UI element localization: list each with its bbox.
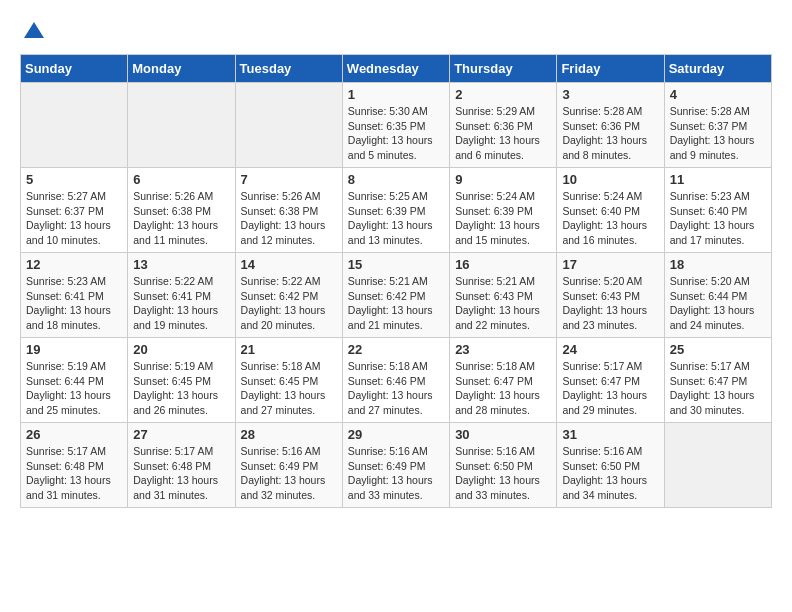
calendar-cell: 26Sunrise: 5:17 AMSunset: 6:48 PMDayligh… [21,423,128,508]
day-number: 21 [241,342,337,357]
calendar-cell [235,83,342,168]
day-info: Sunrise: 5:19 AMSunset: 6:45 PMDaylight:… [133,359,229,418]
day-info: Sunrise: 5:24 AMSunset: 6:39 PMDaylight:… [455,189,551,248]
day-number: 1 [348,87,444,102]
calendar-cell: 30Sunrise: 5:16 AMSunset: 6:50 PMDayligh… [450,423,557,508]
day-number: 26 [26,427,122,442]
day-info: Sunrise: 5:21 AMSunset: 6:43 PMDaylight:… [455,274,551,333]
day-info: Sunrise: 5:19 AMSunset: 6:44 PMDaylight:… [26,359,122,418]
calendar-cell: 24Sunrise: 5:17 AMSunset: 6:47 PMDayligh… [557,338,664,423]
calendar-cell: 22Sunrise: 5:18 AMSunset: 6:46 PMDayligh… [342,338,449,423]
day-number: 17 [562,257,658,272]
day-number: 3 [562,87,658,102]
calendar-cell: 25Sunrise: 5:17 AMSunset: 6:47 PMDayligh… [664,338,771,423]
day-number: 22 [348,342,444,357]
day-info: Sunrise: 5:28 AMSunset: 6:37 PMDaylight:… [670,104,766,163]
day-number: 7 [241,172,337,187]
day-number: 31 [562,427,658,442]
day-number: 14 [241,257,337,272]
calendar-cell: 19Sunrise: 5:19 AMSunset: 6:44 PMDayligh… [21,338,128,423]
day-number: 15 [348,257,444,272]
day-info: Sunrise: 5:26 AMSunset: 6:38 PMDaylight:… [133,189,229,248]
day-number: 2 [455,87,551,102]
calendar-week-row: 19Sunrise: 5:19 AMSunset: 6:44 PMDayligh… [21,338,772,423]
header-day: Monday [128,55,235,83]
day-number: 27 [133,427,229,442]
day-number: 10 [562,172,658,187]
day-info: Sunrise: 5:27 AMSunset: 6:37 PMDaylight:… [26,189,122,248]
header-day: Friday [557,55,664,83]
header-day: Sunday [21,55,128,83]
calendar-week-row: 5Sunrise: 5:27 AMSunset: 6:37 PMDaylight… [21,168,772,253]
calendar-body: 1Sunrise: 5:30 AMSunset: 6:35 PMDaylight… [21,83,772,508]
logo-icon [22,20,46,44]
day-number: 13 [133,257,229,272]
header-day: Thursday [450,55,557,83]
day-number: 18 [670,257,766,272]
calendar-cell [128,83,235,168]
day-info: Sunrise: 5:17 AMSunset: 6:47 PMDaylight:… [562,359,658,418]
calendar-cell: 21Sunrise: 5:18 AMSunset: 6:45 PMDayligh… [235,338,342,423]
header-row: SundayMondayTuesdayWednesdayThursdayFrid… [21,55,772,83]
calendar-cell: 17Sunrise: 5:20 AMSunset: 6:43 PMDayligh… [557,253,664,338]
svg-marker-0 [24,22,44,38]
day-info: Sunrise: 5:17 AMSunset: 6:47 PMDaylight:… [670,359,766,418]
day-info: Sunrise: 5:29 AMSunset: 6:36 PMDaylight:… [455,104,551,163]
calendar-cell [21,83,128,168]
header-day: Saturday [664,55,771,83]
day-info: Sunrise: 5:23 AMSunset: 6:40 PMDaylight:… [670,189,766,248]
day-info: Sunrise: 5:26 AMSunset: 6:38 PMDaylight:… [241,189,337,248]
day-info: Sunrise: 5:18 AMSunset: 6:46 PMDaylight:… [348,359,444,418]
calendar-cell: 12Sunrise: 5:23 AMSunset: 6:41 PMDayligh… [21,253,128,338]
calendar-week-row: 26Sunrise: 5:17 AMSunset: 6:48 PMDayligh… [21,423,772,508]
day-number: 8 [348,172,444,187]
calendar-cell: 18Sunrise: 5:20 AMSunset: 6:44 PMDayligh… [664,253,771,338]
calendar-week-row: 12Sunrise: 5:23 AMSunset: 6:41 PMDayligh… [21,253,772,338]
calendar-cell: 29Sunrise: 5:16 AMSunset: 6:49 PMDayligh… [342,423,449,508]
day-info: Sunrise: 5:17 AMSunset: 6:48 PMDaylight:… [26,444,122,503]
day-number: 11 [670,172,766,187]
day-number: 23 [455,342,551,357]
header-day: Tuesday [235,55,342,83]
day-number: 16 [455,257,551,272]
day-number: 30 [455,427,551,442]
calendar-cell: 27Sunrise: 5:17 AMSunset: 6:48 PMDayligh… [128,423,235,508]
calendar-cell: 5Sunrise: 5:27 AMSunset: 6:37 PMDaylight… [21,168,128,253]
calendar-cell: 20Sunrise: 5:19 AMSunset: 6:45 PMDayligh… [128,338,235,423]
day-info: Sunrise: 5:23 AMSunset: 6:41 PMDaylight:… [26,274,122,333]
calendar-header: SundayMondayTuesdayWednesdayThursdayFrid… [21,55,772,83]
header-day: Wednesday [342,55,449,83]
day-number: 9 [455,172,551,187]
calendar-cell: 1Sunrise: 5:30 AMSunset: 6:35 PMDaylight… [342,83,449,168]
calendar-cell: 9Sunrise: 5:24 AMSunset: 6:39 PMDaylight… [450,168,557,253]
day-info: Sunrise: 5:20 AMSunset: 6:43 PMDaylight:… [562,274,658,333]
calendar-week-row: 1Sunrise: 5:30 AMSunset: 6:35 PMDaylight… [21,83,772,168]
day-number: 29 [348,427,444,442]
day-number: 6 [133,172,229,187]
calendar-cell: 16Sunrise: 5:21 AMSunset: 6:43 PMDayligh… [450,253,557,338]
page-header [20,20,772,44]
day-number: 25 [670,342,766,357]
calendar-cell: 2Sunrise: 5:29 AMSunset: 6:36 PMDaylight… [450,83,557,168]
day-number: 4 [670,87,766,102]
calendar-cell: 3Sunrise: 5:28 AMSunset: 6:36 PMDaylight… [557,83,664,168]
day-number: 24 [562,342,658,357]
day-info: Sunrise: 5:16 AMSunset: 6:49 PMDaylight:… [241,444,337,503]
day-info: Sunrise: 5:22 AMSunset: 6:42 PMDaylight:… [241,274,337,333]
calendar-cell: 14Sunrise: 5:22 AMSunset: 6:42 PMDayligh… [235,253,342,338]
calendar-cell: 11Sunrise: 5:23 AMSunset: 6:40 PMDayligh… [664,168,771,253]
calendar-cell: 8Sunrise: 5:25 AMSunset: 6:39 PMDaylight… [342,168,449,253]
calendar-table: SundayMondayTuesdayWednesdayThursdayFrid… [20,54,772,508]
day-info: Sunrise: 5:21 AMSunset: 6:42 PMDaylight:… [348,274,444,333]
day-info: Sunrise: 5:25 AMSunset: 6:39 PMDaylight:… [348,189,444,248]
day-info: Sunrise: 5:24 AMSunset: 6:40 PMDaylight:… [562,189,658,248]
day-info: Sunrise: 5:18 AMSunset: 6:47 PMDaylight:… [455,359,551,418]
day-number: 19 [26,342,122,357]
day-info: Sunrise: 5:16 AMSunset: 6:50 PMDaylight:… [562,444,658,503]
day-number: 12 [26,257,122,272]
day-info: Sunrise: 5:22 AMSunset: 6:41 PMDaylight:… [133,274,229,333]
calendar-cell: 4Sunrise: 5:28 AMSunset: 6:37 PMDaylight… [664,83,771,168]
calendar-cell: 15Sunrise: 5:21 AMSunset: 6:42 PMDayligh… [342,253,449,338]
calendar-cell: 10Sunrise: 5:24 AMSunset: 6:40 PMDayligh… [557,168,664,253]
day-info: Sunrise: 5:18 AMSunset: 6:45 PMDaylight:… [241,359,337,418]
